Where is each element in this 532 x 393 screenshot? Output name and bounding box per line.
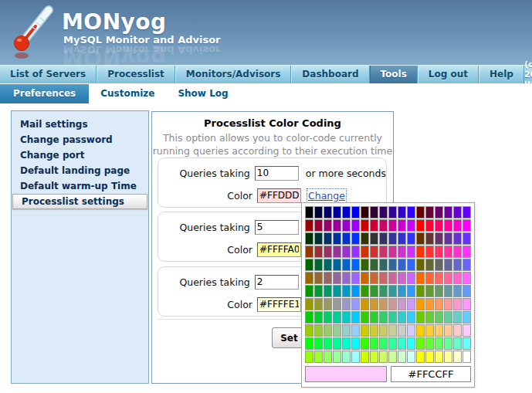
palette-swatch[interactable] — [444, 324, 452, 337]
palette-swatch[interactable] — [388, 285, 397, 297]
palette-swatch[interactable] — [379, 324, 388, 337]
palette-swatch[interactable] — [333, 311, 341, 324]
palette-swatch[interactable] — [333, 298, 341, 310]
palette-swatch[interactable] — [351, 246, 360, 258]
palette-swatch[interactable] — [425, 206, 434, 219]
palette-swatch[interactable] — [333, 285, 341, 297]
palette-swatch[interactable] — [314, 311, 323, 324]
palette-swatch[interactable] — [351, 337, 360, 350]
change-color-link-1[interactable]: Change — [308, 190, 345, 202]
palette-swatch[interactable] — [444, 219, 452, 232]
tab-preferences[interactable]: Preferences — [0, 84, 89, 103]
palette-swatch[interactable] — [388, 219, 397, 232]
palette-swatch[interactable] — [425, 351, 434, 363]
palette-swatch[interactable] — [444, 272, 452, 284]
palette-swatch[interactable] — [361, 311, 369, 324]
palette-swatch[interactable] — [379, 272, 388, 284]
palette-swatch[interactable] — [388, 272, 397, 284]
palette-swatch[interactable] — [333, 219, 341, 232]
palette-swatch[interactable] — [444, 298, 452, 310]
palette-swatch[interactable] — [388, 311, 397, 324]
palette-swatch[interactable] — [407, 259, 415, 271]
palette-swatch[interactable] — [398, 206, 406, 219]
palette-swatch[interactable] — [370, 272, 378, 284]
palette-swatch[interactable] — [425, 337, 434, 350]
palette-swatch[interactable] — [342, 337, 351, 350]
palette-swatch[interactable] — [370, 206, 378, 219]
palette-swatch[interactable] — [435, 219, 443, 232]
palette-swatch[interactable] — [361, 324, 369, 337]
palette-swatch[interactable] — [324, 298, 332, 310]
palette-swatch[interactable] — [398, 272, 406, 284]
palette-swatch[interactable] — [351, 285, 360, 297]
palette-swatch[interactable] — [379, 246, 388, 258]
palette-swatch[interactable] — [463, 259, 471, 271]
palette-swatch[interactable] — [453, 324, 462, 337]
palette-swatch[interactable] — [416, 219, 425, 232]
palette-swatch[interactable] — [324, 337, 332, 350]
palette-swatch[interactable] — [379, 206, 388, 219]
sidebar-item-change-port[interactable]: Change port — [12, 147, 148, 163]
palette-swatch[interactable] — [351, 272, 360, 284]
palette-swatch[interactable] — [398, 337, 406, 350]
palette-swatch[interactable] — [379, 351, 388, 363]
palette-swatch[interactable] — [407, 298, 415, 310]
palette-swatch[interactable] — [398, 246, 406, 258]
palette-swatch[interactable] — [407, 285, 415, 297]
palette-swatch[interactable] — [425, 232, 434, 245]
tab-show-log[interactable]: Show Log — [166, 84, 239, 103]
palette-swatch[interactable] — [305, 298, 313, 310]
palette-swatch[interactable] — [444, 285, 452, 297]
palette-swatch[interactable] — [379, 285, 388, 297]
palette-swatch[interactable] — [388, 298, 397, 310]
palette-swatch[interactable] — [407, 272, 415, 284]
palette-swatch[interactable] — [314, 285, 323, 297]
palette-swatch[interactable] — [314, 219, 323, 232]
palette-swatch[interactable] — [314, 337, 323, 350]
palette-swatch[interactable] — [305, 219, 313, 232]
palette-swatch[interactable] — [407, 219, 415, 232]
palette-swatch[interactable] — [388, 337, 397, 350]
palette-swatch[interactable] — [435, 259, 443, 271]
palette-swatch[interactable] — [435, 206, 443, 219]
palette-swatch[interactable] — [398, 324, 406, 337]
palette-swatch[interactable] — [407, 337, 415, 350]
palette-swatch[interactable] — [407, 246, 415, 258]
palette-swatch[interactable] — [463, 311, 471, 324]
nav-item-help[interactable]: Help — [479, 66, 524, 83]
palette-swatch[interactable] — [463, 324, 471, 337]
palette-swatch[interactable] — [305, 259, 313, 271]
palette-swatch[interactable] — [388, 324, 397, 337]
palette-swatch[interactable] — [453, 206, 462, 219]
seconds-input-1[interactable] — [255, 166, 299, 181]
palette-swatch[interactable] — [351, 324, 360, 337]
sidebar-item-mail-settings[interactable]: Mail settings — [12, 117, 148, 132]
palette-swatch[interactable] — [407, 324, 415, 337]
palette-swatch[interactable] — [453, 311, 462, 324]
palette-swatch[interactable] — [370, 311, 378, 324]
palette-swatch[interactable] — [333, 259, 341, 271]
palette-swatch[interactable] — [416, 246, 425, 258]
sidebar-item-change-password[interactable]: Change password — [12, 132, 148, 147]
palette-swatch[interactable] — [463, 285, 471, 297]
palette-swatch[interactable] — [305, 272, 313, 284]
palette-swatch[interactable] — [342, 351, 351, 363]
palette-swatch[interactable] — [444, 206, 452, 219]
palette-swatch[interactable] — [379, 311, 388, 324]
palette-swatch[interactable] — [444, 311, 452, 324]
palette-swatch[interactable] — [361, 272, 369, 284]
palette-swatch[interactable] — [314, 351, 323, 363]
palette-swatch[interactable] — [361, 232, 369, 245]
palette-swatch[interactable] — [351, 298, 360, 310]
palette-swatch[interactable] — [416, 311, 425, 324]
palette-swatch[interactable] — [453, 232, 462, 245]
nav-item-monitors-advisors[interactable]: Monitors/Advisors — [175, 66, 292, 83]
seconds-input-3[interactable] — [255, 275, 299, 290]
palette-swatch[interactable] — [379, 298, 388, 310]
palette-swatch[interactable] — [305, 285, 313, 297]
palette-swatch[interactable] — [370, 337, 378, 350]
palette-swatch[interactable] — [324, 272, 332, 284]
palette-swatch[interactable] — [342, 232, 351, 245]
palette-swatch[interactable] — [425, 324, 434, 337]
palette-swatch[interactable] — [342, 298, 351, 310]
